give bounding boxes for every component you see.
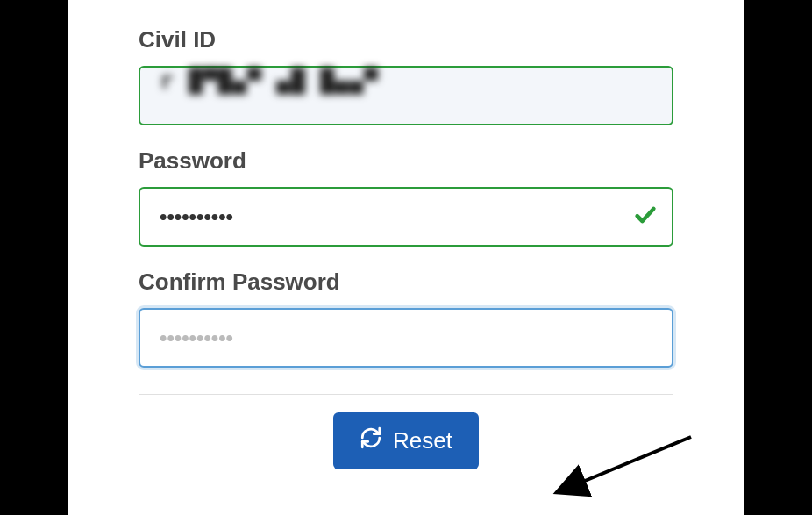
reset-button[interactable]: Reset xyxy=(333,412,479,469)
civil-id-label: Civil ID xyxy=(139,26,673,54)
password-wrapper xyxy=(139,187,673,247)
civil-id-value: r █▀█▄▀ ▄█ █▄▄▀ xyxy=(160,68,379,94)
button-row: Reset xyxy=(139,412,673,469)
confirm-password-input[interactable] xyxy=(139,308,673,368)
reset-button-label: Reset xyxy=(393,427,452,454)
password-label: Password xyxy=(139,147,673,175)
form-divider xyxy=(139,394,673,395)
reset-password-form: Civil ID r █▀█▄▀ ▄█ █▄▄▀ Password Confir… xyxy=(68,0,744,515)
confirm-password-group: Confirm Password xyxy=(139,268,673,368)
civil-id-input[interactable]: r █▀█▄▀ ▄█ █▄▄▀ xyxy=(139,66,673,125)
civil-id-group: Civil ID r █▀█▄▀ ▄█ █▄▄▀ xyxy=(139,26,673,125)
refresh-icon xyxy=(360,426,382,455)
password-group: Password xyxy=(139,147,673,247)
confirm-password-wrapper xyxy=(139,308,673,368)
check-icon xyxy=(633,203,658,231)
password-input[interactable] xyxy=(139,187,673,247)
confirm-password-label: Confirm Password xyxy=(139,268,673,296)
civil-id-wrapper: r █▀█▄▀ ▄█ █▄▄▀ xyxy=(139,66,673,125)
